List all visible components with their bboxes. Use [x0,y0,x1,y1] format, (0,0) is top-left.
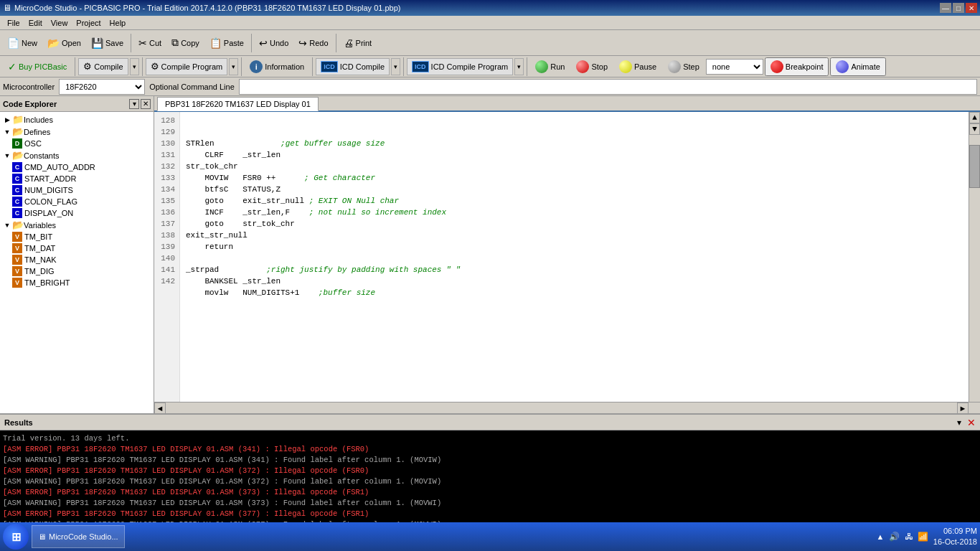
new-button[interactable]: New [3,33,42,53]
tray-up-arrow[interactable]: ▲ [875,531,886,542]
open-button[interactable]: Open [43,33,85,53]
icd-compile-program-dropdown-arrow[interactable]: ▾ [514,58,524,75]
explorer-dropdown-btn[interactable]: ▾ [129,99,139,109]
save-button[interactable]: Save [87,33,128,53]
menu-file[interactable]: File [3,17,24,29]
pause-button[interactable]: Pause [614,58,661,75]
line-num: 128 [159,115,175,126]
line-numbers: 128 129 130 131 132 133 134 135 136 137 … [154,112,180,402]
breakpoint-button[interactable]: Breakpoint [765,57,829,76]
code-line-133: btfsC STATUS,Z [186,185,281,194]
microcontroller-select[interactable]: 18F2620 [59,79,145,95]
tree-item-start-addr[interactable]: C START_ADDR [1,173,152,184]
start-button[interactable]: ⊞ [3,524,29,550]
compile-program-dropdown-arrow[interactable]: ▾ [229,58,238,75]
scroll-down-btn[interactable]: ▼ [969,123,980,135]
compile-program-icon: ⚙ [151,61,159,72]
line-num: 134 [159,184,175,195]
scroll-thumb[interactable] [969,145,980,188]
tree-label-cmd-auto-addr: CMD_AUTO_ADDR [24,163,95,171]
explorer-close-btn[interactable]: ✕ [141,99,151,109]
compile-program-button[interactable]: ⚙ Compile Program [146,58,228,75]
buy-picbasic-button[interactable]: ✓ Buy PICBasic [3,58,72,75]
step-button[interactable]: Step [663,58,705,75]
tree-item-defines[interactable]: ▼ 📂 Defines [1,126,152,138]
print-button[interactable]: Print [339,33,377,53]
copy-button[interactable]: Copy [167,33,204,53]
tree-item-tm-nak[interactable]: V TM_NAK [1,254,152,265]
results-header-controls: ▾ ✕ [957,417,976,428]
tree-item-osc[interactable]: D OSC [1,138,152,149]
results-expand-btn[interactable]: ▾ [957,418,961,428]
tree-item-cmd-auto-addr[interactable]: C CMD_AUTO_ADDR [1,161,152,173]
scroll-up-btn[interactable]: ▲ [969,112,980,123]
tree-item-colon-flag[interactable]: C COLON_FLAG [1,196,152,207]
display-on-badge: C [12,208,22,218]
tree-item-display-on[interactable]: C DISPLAY_ON [1,207,152,219]
animate-icon [836,60,849,73]
horizontal-scrollbar[interactable]: ◄ ► [154,402,980,413]
tree-item-variables[interactable]: ▼ 📂 Variables [1,219,152,231]
tree-item-tm-bit[interactable]: V TM_BIT [1,231,152,242]
menu-edit[interactable]: Edit [24,17,47,29]
line-num: 140 [159,253,175,264]
icd-compile-program-button[interactable]: ICD ICD Compile Program [407,58,513,75]
code-line-128 [186,128,191,136]
tree-item-constants[interactable]: ▼ 📂 Constants [1,149,152,161]
icd-compile-dropdown-arrow[interactable]: ▾ [391,58,400,75]
none-select[interactable]: none [706,59,763,75]
start-windows-icon: ⊞ [11,530,21,544]
redo-button[interactable]: Redo [294,33,332,53]
line-num: 137 [159,218,175,230]
tray-signal-icon[interactable]: 📶 [918,531,929,542]
toolbar: New Open Save Cut Copy Paste Undo Redo P… [0,30,980,56]
compile-dropdown-arrow[interactable]: ▾ [130,58,139,75]
result-error-3: [ASM ERROR] PBP31 18F2620 TM1637 LED DIS… [3,487,977,498]
compile-button[interactable]: ⚙ Compile [78,58,128,75]
tm-dat-badge: V [12,243,22,253]
tray-network-icon[interactable]: 🖧 [903,531,915,542]
menu-help[interactable]: Help [105,17,131,29]
taskbar-app-microcode[interactable]: 🖥 MicroCode Studio... [32,525,125,548]
information-button[interactable]: i Information [245,58,309,75]
menubar: File Edit View Project Help [0,16,980,30]
paste-button[interactable]: Paste [205,33,248,53]
tree-label-tm-bright: TM_BRIGHT [24,278,70,287]
tree-item-tm-dat[interactable]: V TM_DAT [1,242,152,254]
icd-compile-button[interactable]: ICD ICD Compile [316,58,390,75]
line-num: 130 [159,138,175,149]
code-line-135: INCF _str_len,F ; not null so increment … [186,208,446,217]
menu-view[interactable]: View [47,17,72,29]
results-close-btn[interactable]: ✕ [967,417,976,428]
tree-label-tm-dat: TM_DAT [24,244,55,253]
cmdline-input[interactable] [239,79,977,95]
tree-item-tm-bright[interactable]: V TM_BRIGHT [1,277,152,288]
code-content[interactable]: STRlen ;get buffer usage size CLRF _str_… [180,112,969,402]
line-num: 129 [159,126,175,138]
tree-item-includes[interactable]: ▶ 📁 Includes [1,113,152,126]
tray-speaker-icon[interactable]: 🔊 [889,531,900,542]
maximize-button[interactable]: □ [953,3,964,13]
tm-nak-badge: V [12,255,22,265]
stop-button[interactable]: Stop [571,58,613,75]
cut-button[interactable]: Cut [134,33,166,53]
toolbar-separator-3 [336,34,336,52]
tree-label-display-on: DISPLAY_ON [24,209,73,217]
close-button[interactable]: ✕ [966,3,977,13]
minimize-button[interactable]: — [940,3,951,13]
open-icon [47,37,60,49]
redo-icon [298,37,307,49]
tree-item-tm-dig[interactable]: V TM_DIG [1,265,152,277]
scroll-left-btn[interactable]: ◄ [154,402,166,414]
tree-item-num-digits[interactable]: C NUM_DIGITS [1,184,152,196]
tree-label-colon-flag: COLON_FLAG [24,197,77,206]
clock-display[interactable]: 06:09 PM 16-Oct-2018 [933,526,977,548]
run-button[interactable]: Run [530,58,570,75]
animate-button[interactable]: Animate [830,57,885,76]
scroll-right-btn[interactable]: ► [957,402,969,414]
vertical-scrollbar[interactable]: ▲ ▼ [969,112,980,402]
colon-flag-badge: C [12,197,22,207]
tab-main[interactable]: PBP31 18F2620 TM1637 LED Display 01 [157,97,319,111]
menu-project[interactable]: Project [72,17,105,29]
undo-button[interactable]: Undo [255,33,293,53]
